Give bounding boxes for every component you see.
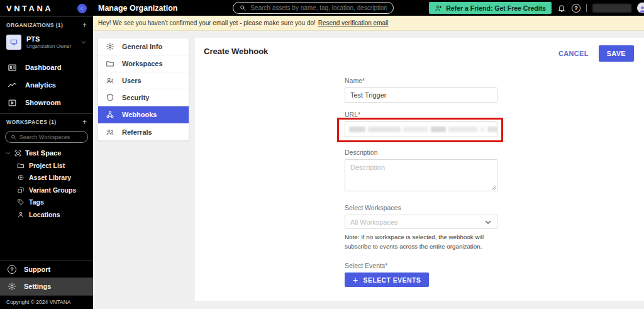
menu-item-label: Security	[122, 94, 149, 101]
name-label: Name*	[345, 77, 497, 84]
menu-item-security[interactable]: Security	[98, 89, 189, 106]
banner-text: Hey! We see you haven't confirmed your e…	[98, 20, 316, 26]
select-events-label: Select Events*	[345, 262, 497, 269]
sidebar-item-support[interactable]: ? Support	[0, 260, 93, 278]
select-workspaces-label: Select Workspaces	[345, 204, 497, 211]
organization-settings-menu: General Info Workspaces Users Security W…	[97, 38, 189, 141]
menu-item-label: General Info	[122, 43, 162, 50]
asset-search-input[interactable]	[250, 4, 387, 11]
name-field[interactable]	[345, 87, 497, 103]
url-field-redacted[interactable]	[345, 121, 497, 137]
workspaces-section-header: WORKSPACES (1) +	[0, 113, 93, 129]
chevron-down-icon[interactable]	[5, 150, 11, 156]
person-plus-icon	[435, 4, 442, 12]
chevron-down-icon	[484, 218, 492, 226]
sidebar-item-analytics[interactable]: Analytics	[0, 76, 93, 94]
add-workspace-button[interactable]: +	[82, 118, 87, 126]
sidebar-item-project-list[interactable]: Project List	[0, 159, 93, 172]
chevron-down-icon	[80, 39, 87, 45]
add-organization-button[interactable]: +	[82, 21, 87, 29]
notifications-bell-icon[interactable]	[557, 4, 566, 13]
resend-verification-link[interactable]: Resend verification email	[318, 20, 389, 26]
sidebar-item-label: Project List	[29, 162, 65, 169]
description-label: Description	[345, 149, 497, 156]
organization-switcher[interactable]: PTS Organization Owner	[0, 32, 93, 55]
workspace-search-input[interactable]	[19, 134, 82, 140]
variant-groups-icon	[17, 186, 25, 194]
gear-icon	[106, 42, 114, 51]
user-name-redacted	[592, 4, 631, 13]
cancel-button[interactable]: CANCEL	[558, 50, 589, 57]
search-icon	[11, 134, 16, 140]
menu-item-workspaces[interactable]: Workspaces	[98, 55, 189, 72]
sidebar-item-tags[interactable]: Tags	[0, 196, 93, 209]
asset-search[interactable]	[233, 2, 394, 14]
sidebar-item-label: Analytics	[25, 81, 56, 89]
create-webhook-panel: Create Webhook CANCEL SAVE Name* URL*	[195, 38, 644, 301]
workspaces-select-value: All Workspaces	[350, 218, 398, 226]
workspaces-header-label: WORKSPACES (1)	[6, 119, 57, 125]
sidebar-item-label: Variant Groups	[29, 186, 76, 194]
sidebar-item-asset-library[interactable]: Asset Library	[0, 172, 93, 184]
sidebar-item-locations[interactable]: Locations	[0, 208, 93, 221]
email-verification-banner: Hey! We see you haven't confirmed your e…	[93, 16, 644, 31]
sidebar-item-label: Tags	[29, 198, 44, 206]
shield-icon	[106, 93, 114, 102]
workspaces-select[interactable]: All Workspaces	[345, 215, 497, 229]
save-button[interactable]: SAVE	[599, 45, 634, 62]
sidebar-item-dashboard[interactable]: Dashboard	[0, 59, 93, 76]
vntana-logo: VNTANA	[6, 4, 53, 13]
person-icon	[17, 211, 25, 218]
user-avatar[interactable]	[637, 3, 644, 13]
menu-item-label: Webhooks	[122, 111, 157, 118]
description-field[interactable]	[345, 159, 497, 191]
webhook-form: Name* URL* Description	[345, 77, 497, 287]
sidebar-item-variant-groups[interactable]: Variant Groups	[0, 184, 93, 196]
analytics-icon	[8, 81, 17, 90]
refer-friend-button[interactable]: Refer a Friend: Get Free Credits	[429, 2, 552, 14]
organization-icon	[9, 38, 18, 47]
sidebar-item-label: Settings	[24, 283, 51, 290]
sidebar-item-settings[interactable]: Settings	[0, 278, 93, 295]
menu-item-referrals[interactable]: Referrals	[98, 123, 189, 140]
chevron-left-icon	[79, 6, 85, 11]
folder-icon	[106, 59, 114, 68]
app-sidebar: VNTANA ORGANIZATIONS (1) + PTS Organizat…	[0, 0, 93, 309]
workspace-note: Note: If no workspace is selected, the w…	[345, 232, 501, 251]
sidebar-collapse-button[interactable]	[77, 4, 87, 13]
organizations-section-header: ORGANIZATIONS (1) +	[0, 16, 93, 32]
search-icon	[240, 4, 246, 11]
organization-name: PTS	[26, 35, 75, 43]
url-label: URL*	[345, 111, 497, 118]
dashboard-icon	[8, 63, 17, 72]
menu-item-users[interactable]: Users	[98, 72, 189, 89]
select-events-button[interactable]: + SELECT EVENTS	[345, 272, 429, 287]
users-icon	[106, 76, 114, 85]
person-icon	[638, 5, 644, 13]
workspace-name: Test Space	[25, 149, 61, 157]
sidebar-item-test-space[interactable]: Test Space	[0, 147, 93, 159]
sidebar-item-label: Showroom	[25, 99, 61, 106]
people-icon	[106, 128, 114, 137]
asset-library-icon	[17, 174, 25, 181]
menu-item-label: Workspaces	[122, 60, 163, 67]
menu-item-webhooks[interactable]: Webhooks	[98, 106, 189, 123]
sidebar-item-label: Asset Library	[29, 174, 71, 181]
plus-icon: +	[353, 276, 358, 284]
select-events-button-label: SELECT EVENTS	[364, 276, 421, 284]
menu-item-general-info[interactable]: General Info	[98, 38, 189, 55]
divider	[586, 4, 587, 12]
gear-icon	[8, 282, 16, 291]
top-bar: Manage Organization Refer a Friend: Get …	[93, 0, 644, 16]
sidebar-item-label: Support	[24, 266, 50, 273]
organization-avatar	[6, 35, 21, 50]
showroom-icon	[8, 98, 17, 108]
workspace-search[interactable]	[5, 131, 88, 143]
workspace-icon	[14, 149, 22, 157]
organizations-header-label: ORGANIZATIONS (1)	[6, 22, 63, 28]
menu-item-label: Users	[122, 77, 142, 84]
sidebar-item-showroom[interactable]: Showroom	[0, 94, 93, 111]
help-circle-icon: ?	[8, 265, 16, 274]
help-icon[interactable]: ?	[572, 4, 580, 13]
webhook-icon	[106, 110, 114, 119]
